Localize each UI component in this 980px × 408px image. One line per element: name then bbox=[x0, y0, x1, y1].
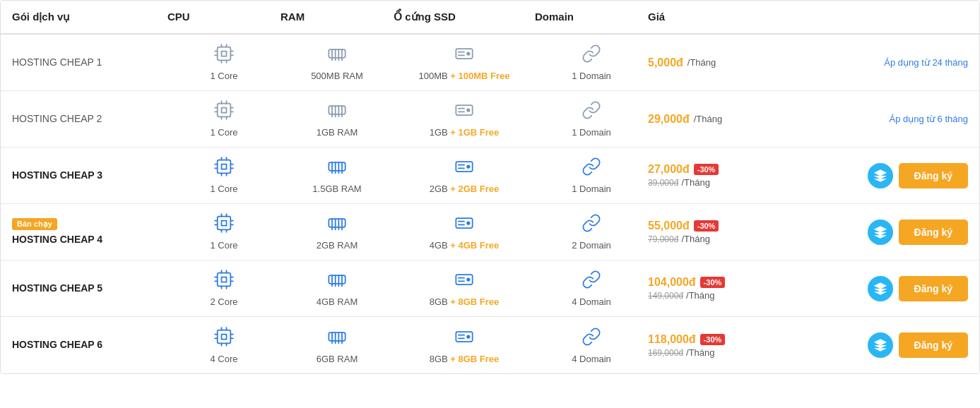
svg-point-112 bbox=[467, 278, 470, 281]
tag-icon bbox=[868, 163, 893, 188]
ssd-value: 8GB + 8GB Free bbox=[430, 354, 500, 364]
table-row-3: HOSTING CHEAP 3 1 Core 1.5GB RAM 2GB + 2… bbox=[1, 148, 979, 204]
cpu-icon bbox=[214, 327, 234, 351]
ssd-cell: 1GB + 1GB Free bbox=[394, 100, 535, 138]
cpu-value: 2 Core bbox=[210, 296, 237, 307]
price-cell: 27,000đ -30% 39,000đ /Tháng bbox=[648, 163, 841, 188]
svg-rect-24 bbox=[222, 108, 227, 113]
ssd-free: + 8GB Free bbox=[450, 354, 499, 364]
name-cell: HOSTING CHEAP 5 bbox=[12, 282, 167, 296]
ssd-free: + 100MB Free bbox=[450, 71, 509, 81]
discount-badge: -30% bbox=[700, 334, 726, 345]
price-value: 27,000đ bbox=[648, 163, 690, 176]
ssd-value: 4GB + 4GB Free bbox=[430, 240, 500, 251]
svg-rect-23 bbox=[218, 104, 231, 117]
price-original: 169,000đ bbox=[648, 348, 683, 358]
name-cell: HOSTING CHEAP 6 bbox=[12, 338, 167, 352]
svg-rect-33 bbox=[329, 106, 345, 114]
register-button[interactable]: Đăng ký bbox=[899, 220, 968, 245]
svg-rect-92 bbox=[218, 273, 231, 287]
ram-cell: 1.5GB RAM bbox=[281, 157, 394, 194]
cpu-value: 4 Core bbox=[210, 354, 237, 364]
discount-badge: -30% bbox=[694, 164, 719, 175]
row-name: HOSTING CHEAP 2 bbox=[12, 113, 102, 124]
domain-icon bbox=[581, 100, 601, 124]
badge-ban-chay: Bán chạy bbox=[12, 218, 57, 230]
price-value: 104,000đ bbox=[648, 276, 696, 289]
cpu-cell: 1 Core bbox=[167, 157, 281, 194]
ram-icon bbox=[327, 157, 347, 181]
domain-value: 1 Domain bbox=[572, 127, 611, 138]
header-col1: Gói dịch vụ bbox=[12, 11, 167, 23]
price-row: 149,000đ /Tháng bbox=[648, 290, 841, 301]
ram-icon bbox=[327, 44, 347, 68]
domain-cell: 1 Domain bbox=[535, 157, 648, 194]
tag-icon bbox=[868, 220, 893, 245]
ssd-icon bbox=[454, 213, 474, 237]
ram-value: 500MB RAM bbox=[311, 71, 363, 81]
ssd-cell: 8GB + 8GB Free bbox=[394, 327, 535, 364]
ssd-icon bbox=[454, 100, 474, 124]
ssd-cell: 4GB + 4GB Free bbox=[394, 213, 535, 251]
table-row-6: HOSTING CHEAP 6 4 Core 6GB RAM 8GB + 8GB… bbox=[1, 317, 979, 373]
table-row-4: Bán chạyHOSTING CHEAP 4 1 Core 2GB RAM 4… bbox=[1, 204, 979, 260]
price-note: Áp dụng từ 6 tháng bbox=[890, 114, 968, 124]
domain-icon bbox=[581, 327, 601, 351]
header-col6: Giá bbox=[648, 11, 841, 23]
price-period: /Tháng bbox=[694, 114, 722, 124]
ram-value: 6GB RAM bbox=[317, 354, 358, 364]
price-period: /Tháng bbox=[681, 234, 709, 244]
svg-point-89 bbox=[467, 222, 470, 224]
domain-icon bbox=[581, 270, 601, 294]
tag-icon bbox=[868, 332, 893, 358]
price-row: 79,000đ /Tháng bbox=[648, 234, 841, 244]
ram-icon bbox=[327, 100, 347, 124]
ram-icon bbox=[327, 327, 347, 351]
svg-rect-47 bbox=[222, 164, 227, 169]
action-cell: Áp dụng từ 6 tháng bbox=[841, 114, 968, 124]
cpu-cell: 1 Core bbox=[167, 44, 281, 81]
table-header: Gói dịch vụ CPU RAM Ổ cứng SSD Domain Gi… bbox=[1, 1, 979, 35]
price-value: 118,000đ bbox=[648, 333, 696, 346]
svg-rect-102 bbox=[329, 275, 345, 284]
row-name: HOSTING CHEAP 1 bbox=[12, 56, 102, 68]
ssd-free: + 2GB Free bbox=[450, 184, 499, 194]
discount-badge: -30% bbox=[694, 220, 719, 232]
price-period: /Tháng bbox=[686, 347, 714, 358]
action-cell: Đăng ký bbox=[841, 220, 968, 245]
cpu-icon bbox=[214, 213, 234, 237]
svg-rect-0 bbox=[218, 47, 231, 61]
domain-value: 1 Domain bbox=[572, 184, 611, 194]
cpu-cell: 1 Core bbox=[167, 213, 281, 251]
svg-rect-116 bbox=[222, 334, 227, 339]
ssd-cell: 2GB + 2GB Free bbox=[394, 157, 535, 194]
register-button[interactable]: Đăng ký bbox=[899, 332, 968, 358]
domain-cell: 1 Domain bbox=[535, 100, 648, 138]
ram-value: 1GB RAM bbox=[317, 127, 358, 138]
action-cell: Đăng ký bbox=[841, 163, 968, 188]
ram-cell: 1GB RAM bbox=[281, 100, 394, 138]
row-name: HOSTING CHEAP 4 bbox=[12, 234, 102, 245]
hosting-table: Gói dịch vụ CPU RAM Ổ cứng SSD Domain Gi… bbox=[0, 0, 980, 374]
domain-icon bbox=[581, 44, 601, 68]
row-name: HOSTING CHEAP 6 bbox=[12, 339, 102, 350]
register-button[interactable]: Đăng ký bbox=[899, 163, 968, 188]
svg-rect-70 bbox=[222, 221, 227, 226]
ssd-free: + 8GB Free bbox=[450, 296, 499, 307]
price-original: 39,000đ bbox=[648, 178, 678, 188]
price-main: 55,000đ -30% bbox=[648, 220, 841, 232]
domain-value: 2 Domain bbox=[572, 240, 611, 251]
name-cell: HOSTING CHEAP 1 bbox=[12, 56, 167, 70]
price-period: /Tháng bbox=[687, 57, 716, 68]
register-button[interactable]: Đăng ký bbox=[899, 276, 968, 301]
svg-point-66 bbox=[467, 165, 470, 168]
table-body: HOSTING CHEAP 1 1 Core 500MB RAM 100MB +… bbox=[1, 35, 979, 373]
ssd-value: 1GB + 1GB Free bbox=[430, 127, 500, 138]
svg-rect-10 bbox=[329, 49, 345, 58]
domain-cell: 1 Domain bbox=[535, 44, 648, 81]
price-period: /Tháng bbox=[681, 177, 709, 188]
action-cell: Đăng ký bbox=[841, 332, 968, 358]
table-row-1: HOSTING CHEAP 1 1 Core 500MB RAM 100MB +… bbox=[1, 35, 979, 91]
svg-rect-46 bbox=[218, 160, 231, 174]
name-cell: HOSTING CHEAP 2 bbox=[12, 112, 167, 126]
